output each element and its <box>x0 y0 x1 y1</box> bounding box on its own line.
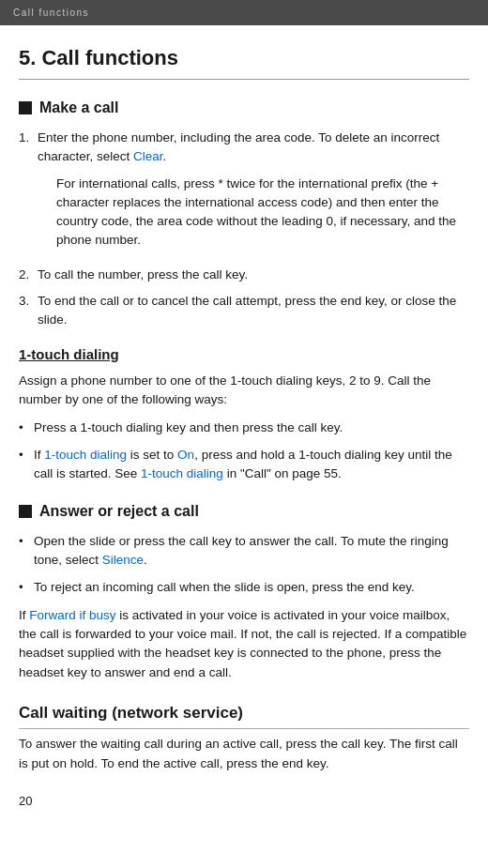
answer-bullet-2: To reject an incoming call when the slid… <box>19 578 469 597</box>
one-touch-intro: Assign a phone number to one of the 1-to… <box>19 372 469 410</box>
chapter-title: 5. Call functions <box>19 42 469 80</box>
call-waiting-heading: Call waiting (network service) <box>19 701 469 730</box>
step-2: 2. To call the number, press the call ke… <box>19 266 469 284</box>
one-touch-bullets: Press a 1-touch dialing key and then pre… <box>19 419 469 483</box>
square-icon <box>19 101 32 114</box>
square-icon-2 <box>19 505 32 518</box>
bullet-1: Press a 1-touch dialing key and then pre… <box>19 419 469 437</box>
top-bar: Call functions <box>0 0 488 25</box>
call-waiting-text: To answer the waiting call during an act… <box>19 735 469 773</box>
on-link[interactable]: On <box>177 448 194 462</box>
make-call-heading: Make a call <box>19 97 469 119</box>
answer-reject-heading: Answer or reject a call <box>19 500 469 523</box>
one-touch-heading: 1-touch dialing <box>19 344 469 366</box>
forward-if-busy-para: If Forward if busy is activated in your … <box>19 606 469 682</box>
step-3: 3. To end the call or to cancel the call… <box>19 292 469 330</box>
one-touch-dialing-link-2[interactable]: 1-touch dialing <box>141 466 223 480</box>
answer-reject-bullets: Open the slide or press the call key to … <box>19 532 469 597</box>
one-touch-dialing-link-1[interactable]: 1-touch dialing <box>44 448 127 462</box>
step-1: 1. Enter the phone number, including the… <box>19 129 469 167</box>
top-bar-text: Call functions <box>13 8 89 18</box>
forward-if-busy-link[interactable]: Forward if busy <box>29 608 115 622</box>
silence-link[interactable]: Silence <box>102 553 144 567</box>
clear-link[interactable]: Clear <box>133 149 163 163</box>
page-content: 5. Call functions Make a call 1. Enter t… <box>0 25 488 838</box>
bullet-2: If 1-touch dialing is set to On, press a… <box>19 446 469 484</box>
step-1-sub: For international calls, press * twice f… <box>19 175 469 258</box>
answer-bullet-1: Open the slide or press the call key to … <box>19 532 469 571</box>
make-call-steps: 1. Enter the phone number, including the… <box>19 129 469 329</box>
page-number: 20 <box>19 792 469 811</box>
